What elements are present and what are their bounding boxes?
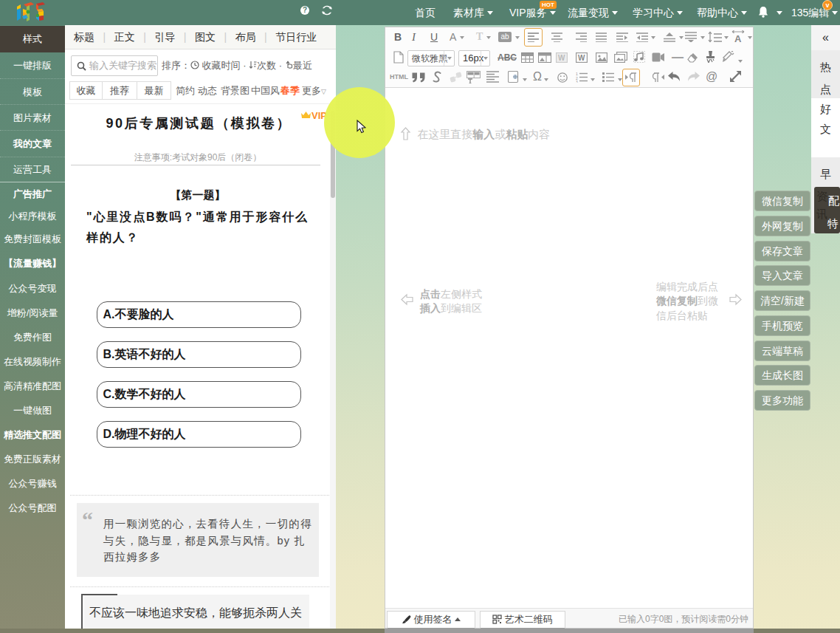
svg-text:A: A — [734, 33, 742, 43]
svg-text:W: W — [578, 54, 585, 62]
svg-text:W: W — [558, 54, 565, 62]
svg-text:3: 3 — [576, 80, 578, 83]
